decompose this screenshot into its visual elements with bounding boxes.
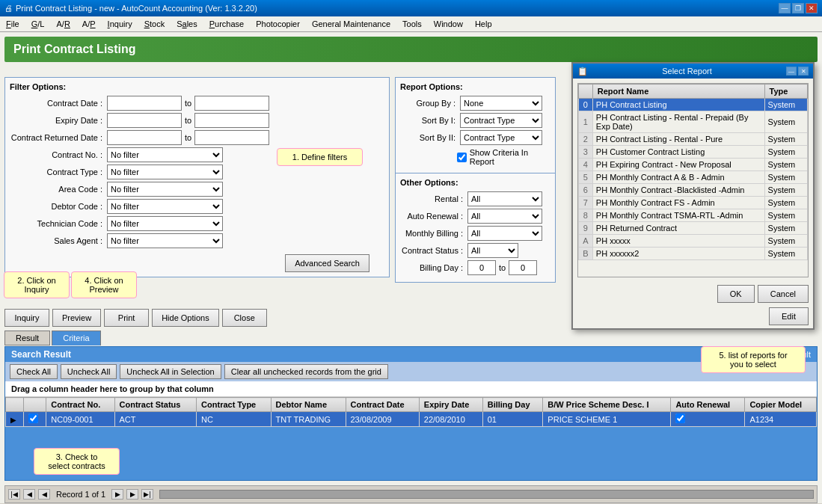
report-table-row[interactable]: B PH xxxxxx2 System xyxy=(579,248,808,260)
nav-next2-button[interactable]: ▶ xyxy=(126,489,138,500)
dialog-cancel-button[interactable]: Cancel xyxy=(758,285,809,303)
menu-photocopier[interactable]: Photocopier xyxy=(253,18,303,30)
group-by-select[interactable]: None xyxy=(460,96,542,111)
billing-day-row: Billing Day : to xyxy=(400,260,550,275)
report-type: System xyxy=(764,111,807,133)
dialog-edit-button[interactable]: Edit xyxy=(769,307,809,325)
menu-tools[interactable]: Tools xyxy=(399,18,425,30)
dialog-footer: OK Cancel xyxy=(573,282,813,306)
debtor-code-label: Debtor Code : xyxy=(10,202,107,211)
tab-result[interactable]: Result xyxy=(4,331,50,345)
close-button[interactable]: Close xyxy=(222,309,267,327)
menu-window[interactable]: Window xyxy=(431,18,466,30)
check-all-button[interactable]: Check All xyxy=(10,364,58,379)
report-table-row[interactable]: 0 PH Contract Listing System xyxy=(579,99,808,111)
nav-prev2-button[interactable]: ◀ xyxy=(38,489,50,500)
dialog-close-button[interactable]: ✕ xyxy=(798,67,809,76)
cell-check[interactable] xyxy=(24,412,46,427)
uncheck-all-button[interactable]: Uncheck All xyxy=(61,364,117,379)
print-button[interactable]: Print xyxy=(104,309,149,327)
report-table-row[interactable]: 8 PH Monthly Contract TSMA-RTL -Admin Sy… xyxy=(579,209,808,222)
menu-general-maintenance[interactable]: General Maintenance xyxy=(309,18,393,30)
menu-file[interactable]: File xyxy=(3,18,22,30)
col-expand xyxy=(6,398,24,412)
expiry-date-label: Expiry Date : xyxy=(10,116,107,125)
nav-last-button[interactable]: ▶| xyxy=(141,489,153,500)
sales-agent-select[interactable]: No filter xyxy=(107,233,223,248)
contract-date-to[interactable] xyxy=(194,96,269,111)
contract-type-select[interactable]: No filter xyxy=(107,165,223,179)
sort-by1-select[interactable]: Contract Type xyxy=(460,113,542,128)
menu-purchase[interactable]: Purchase xyxy=(206,18,247,30)
col-billing-day: Billing Day xyxy=(482,398,543,412)
debtor-code-row: Debtor Code : No filter xyxy=(10,199,384,214)
show-criteria-checkbox[interactable] xyxy=(457,153,467,162)
uncheck-selection-button[interactable]: Uncheck All in Selection xyxy=(120,364,221,379)
menu-gl[interactable]: G/L xyxy=(28,18,48,30)
technician-code-select[interactable]: No filter xyxy=(107,216,223,231)
monthly-billing-select[interactable]: All xyxy=(467,226,542,241)
billing-day-to[interactable] xyxy=(509,260,537,275)
menu-sales[interactable]: Sales xyxy=(174,18,200,30)
contract-no-select[interactable]: No filter xyxy=(107,147,223,162)
report-table-row[interactable]: 2 PH Contract Listing - Rental - Pure Sy… xyxy=(579,133,808,146)
report-table-row[interactable]: 5 PH Monthly Contract A & B - Admin Syst… xyxy=(579,171,808,184)
cell-contract-date: 23/08/2009 xyxy=(346,412,419,427)
nav-first-button[interactable]: |◀ xyxy=(8,489,20,500)
report-table-row[interactable]: A PH xxxxx System xyxy=(579,235,808,248)
cell-copier-model: A1234 xyxy=(745,412,817,427)
auto-renewal-select[interactable]: All xyxy=(467,209,542,224)
preview-button[interactable]: Preview xyxy=(52,309,101,327)
report-table-row[interactable]: 9 PH Returned Contract System xyxy=(579,222,808,235)
expiry-date-to[interactable] xyxy=(194,113,269,128)
area-code-select[interactable]: No filter xyxy=(107,182,223,197)
inquiry-button[interactable]: Inquiry xyxy=(4,309,49,327)
contract-returned-date-from[interactable] xyxy=(107,130,182,145)
rental-select[interactable]: All xyxy=(467,191,542,206)
col-price-scheme: B/W Price Scheme Desc. I xyxy=(543,398,671,412)
hide-options-button[interactable]: Hide Options xyxy=(152,309,219,327)
restore-button[interactable]: ❐ xyxy=(792,3,804,13)
auto-renewal-checkbox[interactable] xyxy=(675,414,685,423)
nav-prev-button[interactable]: ◀ xyxy=(23,489,35,500)
report-type: System xyxy=(764,99,807,111)
advanced-search-button[interactable]: Advanced Search xyxy=(285,254,369,272)
menu-inquiry[interactable]: Inquiry xyxy=(105,18,135,30)
dialog-minimize-button[interactable]: — xyxy=(786,67,797,76)
nav-next-button[interactable]: ▶ xyxy=(111,489,123,500)
cell-debtor-name: TNT TRADING xyxy=(271,412,346,427)
close-window-button[interactable]: ✕ xyxy=(806,3,818,13)
minimize-button[interactable]: — xyxy=(779,3,791,13)
row-checkbox[interactable] xyxy=(28,414,38,423)
menu-help[interactable]: Help xyxy=(472,18,495,30)
report-name: PH Contract Listing - Rental - Prepaid (… xyxy=(592,111,764,133)
report-idx: 1 xyxy=(579,111,593,133)
clear-unchecked-button[interactable]: Clear all unchecked records from the gri… xyxy=(224,364,388,379)
horizontal-scrollbar[interactable] xyxy=(159,490,814,499)
debtor-code-select[interactable]: No filter xyxy=(107,199,223,214)
dialog-ok-button[interactable]: OK xyxy=(717,285,755,303)
contract-status-select[interactable]: All xyxy=(467,243,518,258)
menu-ap[interactable]: A/P xyxy=(79,18,99,30)
report-table-row[interactable]: 4 PH Expiring Contract - New Proposal Sy… xyxy=(579,159,808,171)
group-by-label: Group By : xyxy=(400,99,460,108)
report-type: System xyxy=(764,248,807,260)
contract-date-from[interactable] xyxy=(107,96,182,111)
menu-stock[interactable]: Stock xyxy=(141,18,168,30)
expiry-date-from[interactable] xyxy=(107,113,182,128)
menu-ar[interactable]: A/R xyxy=(54,18,73,30)
tab-criteria[interactable]: Criteria xyxy=(52,331,100,345)
report-idx: 0 xyxy=(579,99,593,111)
expiry-date-row: Expiry Date : to xyxy=(10,113,384,128)
report-table-row[interactable]: 3 PH Customer Contract Listing System xyxy=(579,146,808,159)
dialog-title-text: Select Report xyxy=(662,67,712,76)
report-table-row[interactable]: 7 PH Monthly Contract FS - Admin System xyxy=(579,197,808,209)
contract-returned-date-to[interactable] xyxy=(194,130,269,145)
report-type: System xyxy=(764,133,807,146)
billing-day-from[interactable] xyxy=(467,260,496,275)
report-table-row[interactable]: 1 PH Contract Listing - Rental - Prepaid… xyxy=(579,111,808,133)
result-toolbar: Check All Uncheck All Uncheck All in Sel… xyxy=(5,362,817,381)
report-type: System xyxy=(764,146,807,159)
report-table-row[interactable]: 6 PH Monthly Contract -Blacklisted -Admi… xyxy=(579,184,808,197)
sort-by2-select[interactable]: Contract Type xyxy=(460,130,542,145)
